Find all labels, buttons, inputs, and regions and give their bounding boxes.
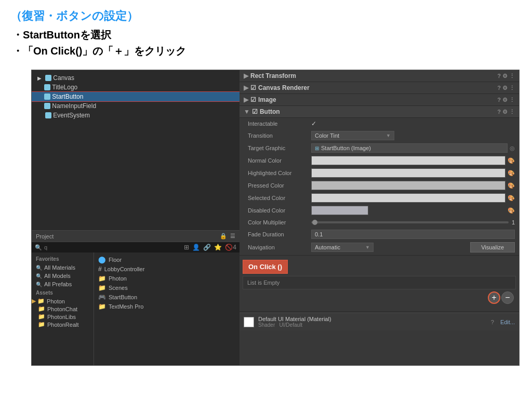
target-graphic-pick-icon[interactable]: ◎ (510, 145, 515, 152)
hierarchy-item-eventsystem[interactable]: EventSystem (32, 111, 240, 120)
fade-duration-value[interactable]: 0.1 (311, 230, 515, 239)
sidebar-all-models[interactable]: 🔍All Models (32, 272, 94, 280)
page-content: （復習・ボタンの設定） ・StartButtonを選択 ・「On Click()… (0, 0, 532, 65)
hierarchy-label-nameinput: NameInputField (52, 102, 96, 110)
asset-floor[interactable]: ⬤Floor (98, 255, 235, 264)
toolbar-icon5[interactable]: 🚫4 (225, 244, 236, 251)
project-panel-header: Project 🔒 ☰ (32, 231, 240, 242)
toolbar-icon1[interactable]: ⊞ (184, 244, 189, 251)
selected-color-pick[interactable]: 🎨 (508, 195, 515, 202)
normal-color-row: Normal Color 🎨 (240, 154, 519, 167)
rect-transform-icons: ? ⚙ ⋮ (497, 73, 515, 79)
highlighted-color-swatch[interactable] (311, 168, 506, 178)
canvas-help-icon[interactable]: ? (497, 85, 501, 91)
page-title: （復習・ボタンの設定） (10, 8, 522, 24)
toolbar-icon4[interactable]: ⭐ (214, 244, 222, 251)
canvas-menu-icon[interactable]: ⋮ (509, 85, 515, 91)
transition-arrow-icon: ▼ (386, 133, 391, 138)
normal-color-label: Normal Color (244, 157, 311, 164)
hierarchy-item-startbutton[interactable]: StartButton (32, 92, 240, 101)
selected-color-swatch[interactable] (311, 193, 506, 203)
button-gear-icon[interactable]: ⚙ (502, 109, 508, 115)
sidebar-photonrealt[interactable]: 📁 PhotonRealt (32, 321, 94, 328)
selected-color-row: Selected Color 🎨 (240, 192, 519, 204)
folder-icon-chat: 📁 (38, 305, 45, 312)
pressed-color-pick[interactable]: 🎨 (508, 182, 515, 189)
target-graphic-row: Target Graphic ⊞ StartButton (Image) ◎ (240, 142, 519, 154)
hierarchy-item-titlelogo[interactable]: TitleLogo (32, 83, 240, 92)
rect-menu-icon[interactable]: ⋮ (509, 73, 515, 79)
minus-button[interactable]: − (501, 291, 514, 304)
color-multiplier-value: 1 (512, 219, 515, 225)
plus-button[interactable]: + (488, 291, 500, 304)
hierarchy-label-eventsystem: EventSystem (53, 112, 90, 119)
image-gear-icon[interactable]: ⚙ (502, 97, 508, 103)
button-help-icon[interactable]: ? (497, 109, 501, 115)
asset-scenes[interactable]: 📁Scenes (98, 283, 235, 292)
assets-section-label: Assets (32, 288, 94, 297)
pressed-color-swatch[interactable] (311, 181, 506, 190)
search-icon: 🔍 (35, 244, 42, 251)
component-button: ▼ ☑ Button ? ⚙ ⋮ (240, 106, 519, 118)
rect-help-icon[interactable]: ? (497, 73, 501, 79)
material-edit-btn[interactable]: Edit... (500, 319, 515, 325)
toolbar-icon2[interactable]: 👤 (192, 244, 200, 251)
bullet2: ・「On Click()」の「＋」をクリック (12, 44, 522, 58)
sidebar-all-prefabs[interactable]: 🔍All Prefabs (32, 280, 94, 288)
left-panel: ▶ Canvas TitleLogo StartButton NameInput… (32, 70, 240, 365)
separator2 (240, 311, 519, 312)
pressed-color-label: Pressed Color (244, 182, 311, 189)
search-input[interactable] (44, 244, 75, 250)
navigation-value: Automatic (315, 244, 340, 250)
material-help-icon[interactable]: ? (491, 319, 494, 325)
transition-row: Transition Color Tint ▼ (240, 129, 519, 142)
asset-startbutton[interactable]: 🎮StartButton (98, 292, 235, 302)
normal-color-swatch[interactable] (311, 156, 506, 165)
canvas-gear-icon[interactable]: ⚙ (502, 85, 508, 91)
disabled-color-pick[interactable]: 🎨 (508, 207, 515, 214)
highlighted-color-pick[interactable]: 🎨 (508, 170, 515, 177)
disabled-color-swatch[interactable] (311, 206, 368, 215)
image-menu-icon[interactable]: ⋮ (509, 97, 515, 103)
canvas-check-icon: ☑ (250, 84, 256, 91)
button-label: Button (260, 108, 280, 115)
normal-color-pick[interactable]: 🎨 (508, 157, 515, 164)
image-icons: ? ⚙ ⋮ (497, 97, 515, 103)
image-help-icon[interactable]: ? (497, 97, 501, 103)
hierarchy-label-startbutton: StartButton (52, 93, 83, 100)
mag-icon2: 🔍 (36, 273, 42, 279)
canvas-renderer-icons: ? ⚙ ⋮ (497, 85, 515, 91)
sidebar-photonchat[interactable]: 📁 PhotonChat (32, 305, 94, 313)
target-graphic-label: Target Graphic (244, 145, 311, 151)
interactable-value[interactable]: ✓ (311, 120, 515, 127)
photon-folder-icon: 📁 (98, 275, 106, 282)
sidebar-all-materials[interactable]: 🔍All Materials (32, 263, 94, 272)
asset-textmesh[interactable]: 📁TextMesh Pro (98, 302, 235, 311)
asset-photon[interactable]: 📁Photon (98, 274, 235, 283)
toolbar-icon3[interactable]: 🔗 (203, 244, 211, 251)
cube-icon-nameinput (44, 103, 50, 109)
color-multiplier-slider[interactable]: 1 (311, 219, 515, 225)
pressed-color-row: Pressed Color 🎨 (240, 179, 519, 192)
color-multiplier-label: Color Multiplier (244, 219, 311, 225)
transition-dropdown[interactable]: Color Tint ▼ (311, 131, 394, 140)
canvas-arrow-icon: ▶ (244, 84, 248, 91)
target-graphic-field[interactable]: ⊞ StartButton (Image) (311, 143, 508, 153)
hierarchy-item-canvas[interactable]: ▶ Canvas (32, 73, 240, 83)
visualize-button[interactable]: Visualize (470, 242, 515, 252)
button-menu-icon[interactable]: ⋮ (509, 109, 515, 115)
cube-icon-startbutton (44, 94, 50, 100)
hierarchy-item-nameinputfield[interactable]: NameInputField (32, 101, 240, 111)
navigation-label: Navigation (244, 244, 311, 250)
sidebar-photonlibs[interactable]: 📁 PhotonLibs (32, 313, 94, 321)
image-arrow-icon: ▶ (244, 96, 248, 103)
sidebar-photon[interactable]: ▶ 📁 Photon (32, 297, 94, 305)
asset-lobbycontroller[interactable]: #LobbyController (98, 264, 235, 274)
canvas-renderer-label: Canvas Renderer (258, 84, 310, 91)
on-click-section: On Click () List is Empty + − (240, 260, 519, 307)
textmesh-folder-icon: 📁 (98, 303, 106, 310)
folder-icon-libs: 📁 (38, 313, 45, 320)
button-check-icon: ☑ (252, 108, 258, 115)
rect-gear-icon[interactable]: ⚙ (502, 73, 508, 79)
navigation-dropdown[interactable]: Automatic ▼ (311, 243, 374, 252)
